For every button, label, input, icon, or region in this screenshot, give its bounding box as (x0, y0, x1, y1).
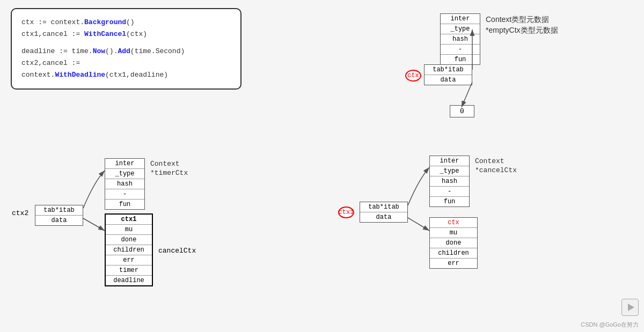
br-fun: fun (430, 197, 469, 206)
top-right-struct: inter _type hash - fun (440, 13, 480, 65)
play-icon (628, 304, 634, 311)
bl-struct: inter _type hash - fun (105, 158, 145, 210)
code-line-2: ctx1,cancel := WithCancel(ctx) (21, 28, 231, 40)
main-container: ctx := context.Background() ctx1,cancel … (0, 0, 644, 332)
tr-struct-dash: - (441, 45, 480, 55)
inner-children: children (430, 248, 477, 259)
tr-label1: Context类型元数据 (486, 15, 549, 25)
bl-dash: - (105, 189, 144, 200)
br-inter: inter (430, 156, 469, 166)
code-mid-3: (). (105, 47, 118, 55)
tr-struct-type: _type (441, 24, 480, 34)
code-bold-3a: Now (93, 47, 105, 55)
cancelctx-box: ctx1 mu done children err timer deadline (105, 213, 153, 286)
bl-type: _type (105, 169, 144, 179)
cancelctx-err: err (106, 255, 152, 265)
inner-done: done (430, 238, 477, 248)
inner-ctx-header: ctx (430, 218, 477, 228)
inner-err: err (430, 259, 477, 268)
zero-value: 0 (460, 107, 464, 115)
br-dash: - (430, 187, 469, 197)
ctx2-iface: tab*itab data (35, 205, 83, 226)
code-box: ctx := context.Background() ctx1,cancel … (11, 8, 241, 90)
cancelctx-children: children (106, 245, 152, 255)
tr-struct-fun: fun (441, 55, 480, 64)
inner-mu: mu (430, 228, 477, 238)
br-data: data (360, 212, 407, 222)
br-struct: inter _type hash - fun (429, 156, 470, 207)
br-label2: *cancelCtx (475, 166, 517, 174)
bl-hash: hash (105, 179, 144, 189)
zero-box: 0 (450, 105, 474, 117)
code-suffix-3: (time.Second) (130, 47, 185, 55)
cancelctx-timer: timer (106, 265, 152, 276)
ctx2-label: ctx2 (12, 209, 28, 217)
bl-inter: inter (105, 159, 144, 169)
tr-struct-inter: inter (441, 14, 480, 24)
top-right-iface: tab*itab data (424, 64, 472, 85)
code-bold-3b: Add (118, 47, 130, 55)
tri-tab: tab*itab (425, 65, 472, 75)
bl-fun: fun (105, 200, 144, 209)
bl-label1: Context (150, 160, 180, 168)
bl-label2: *timerCtx (150, 169, 188, 177)
br-type: _type (430, 166, 469, 176)
ctx1-circle: ctx1 (338, 206, 354, 218)
watermark: CSDN @GoGo在努力 (581, 321, 639, 329)
code-bold-4: WithDeadline (55, 71, 105, 79)
code-line-3: deadline := time.Now().Add(time.Second) (21, 46, 231, 57)
cancelctx-done: done (106, 235, 152, 245)
code-line-1: ctx := context.Background() (21, 17, 231, 28)
br-iface: tab*itab data (360, 202, 408, 223)
cancelctx-label: cancelCtx (158, 247, 196, 255)
code-prefix-3: deadline := time. (21, 47, 93, 55)
cancelctx-mu: mu (106, 225, 152, 235)
code-suffix-4: (ctx1,deadline) (105, 71, 168, 79)
svg-line-2 (83, 218, 105, 231)
inner-cancelctx: ctx mu done children err (429, 217, 478, 269)
code-prefix-1: ctx := context. (21, 18, 84, 26)
tr-label2: *emptyCtx类型元数据 (486, 26, 558, 35)
code-suffix-2: (ctx) (126, 30, 147, 38)
br-label1: Context (475, 157, 504, 165)
svg-line-3 (408, 218, 429, 231)
code-line-4: ctx2,cancel := context.WithDeadline(ctx1… (21, 57, 231, 81)
tri-data: data (425, 75, 472, 85)
svg-line-1 (462, 82, 472, 107)
cancelctx-deadline: deadline (106, 276, 152, 285)
ctx2-data: data (35, 216, 83, 225)
tr-struct-hash: hash (441, 34, 480, 45)
ctx-circle: ctx (405, 70, 421, 82)
code-suffix-1: () (126, 18, 135, 26)
ctx2-tab: tab*itab (35, 205, 83, 216)
play-button[interactable] (621, 299, 639, 316)
code-prefix-2: ctx1,cancel := (21, 30, 84, 38)
br-hash: hash (430, 176, 469, 187)
br-tab: tab*itab (360, 202, 407, 212)
code-bold-2: WithCancel (84, 30, 126, 38)
code-bold-1: Background (84, 18, 126, 26)
cancelctx-header: ctx1 (106, 215, 152, 225)
